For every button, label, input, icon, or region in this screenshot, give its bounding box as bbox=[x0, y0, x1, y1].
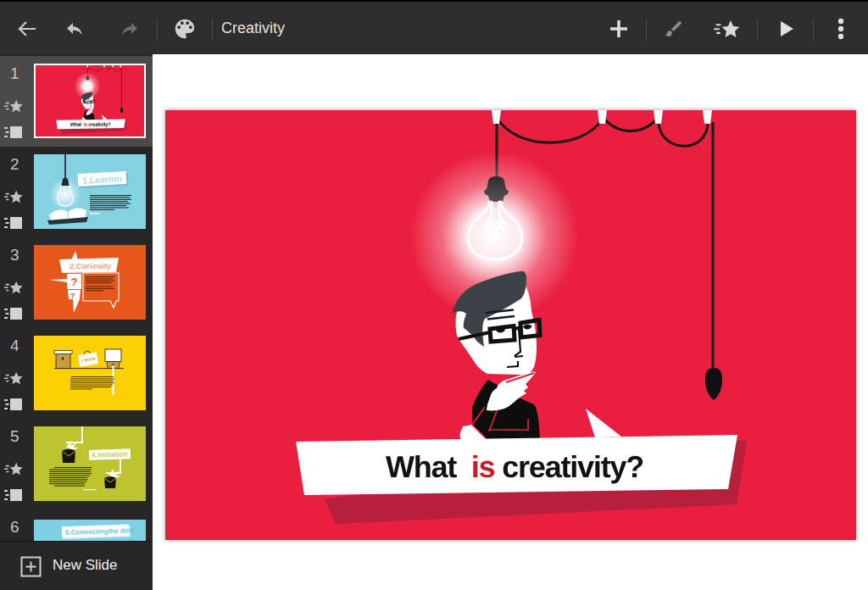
svg-text:?: ? bbox=[70, 292, 75, 300]
svg-text:2.Curiosity: 2.Curiosity bbox=[70, 261, 112, 270]
svg-text:4.Imitation: 4.Imitation bbox=[92, 449, 128, 459]
svg-text:1.Learnin: 1.Learnin bbox=[82, 173, 122, 185]
svg-text:?: ? bbox=[71, 276, 78, 288]
